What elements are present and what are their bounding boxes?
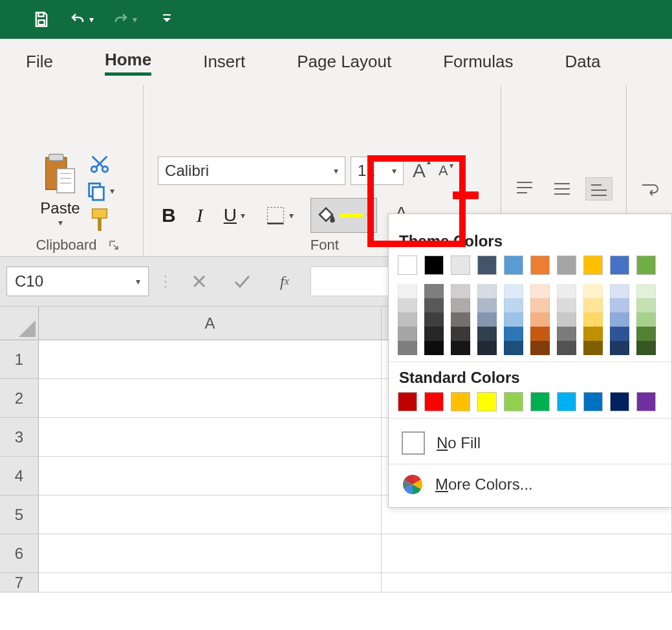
- color-swatch[interactable]: [583, 255, 603, 275]
- color-swatch[interactable]: [477, 327, 497, 341]
- color-swatch[interactable]: [530, 298, 550, 312]
- cut-button[interactable]: [89, 153, 111, 175]
- color-swatch[interactable]: [424, 312, 444, 327]
- decrease-font-size-button[interactable]: A▾: [435, 160, 452, 182]
- color-swatch[interactable]: [504, 284, 523, 298]
- color-swatch[interactable]: [610, 392, 629, 411]
- color-swatch[interactable]: [451, 327, 470, 341]
- color-swatch[interactable]: [530, 341, 550, 355]
- row-header[interactable]: 1: [0, 340, 39, 379]
- fill-color-button[interactable]: ▾: [310, 198, 377, 233]
- save-icon[interactable]: [32, 10, 50, 28]
- align-bottom-button[interactable]: [585, 177, 612, 201]
- color-swatch[interactable]: [583, 284, 603, 298]
- color-swatch[interactable]: [477, 392, 497, 411]
- color-swatch[interactable]: [557, 327, 576, 341]
- row-header[interactable]: 4: [0, 457, 39, 495]
- font-name-combo[interactable]: Calibri ▾: [158, 157, 345, 185]
- color-swatch[interactable]: [504, 392, 523, 411]
- color-swatch[interactable]: [451, 341, 470, 355]
- font-size-combo[interactable]: 11 ▾: [351, 157, 404, 185]
- color-swatch[interactable]: [583, 392, 603, 411]
- cancel-formula-button[interactable]: [182, 266, 216, 296]
- row-header[interactable]: 7: [0, 573, 39, 592]
- color-swatch[interactable]: [398, 327, 417, 341]
- color-swatch[interactable]: [477, 255, 497, 275]
- color-swatch[interactable]: [530, 284, 550, 298]
- color-swatch[interactable]: [583, 327, 603, 341]
- color-swatch[interactable]: [636, 392, 656, 411]
- cell[interactable]: [39, 573, 382, 592]
- dialog-launcher-icon[interactable]: [109, 240, 119, 250]
- color-swatch[interactable]: [477, 298, 497, 312]
- color-swatch[interactable]: [398, 284, 417, 298]
- color-swatch[interactable]: [636, 255, 656, 275]
- cell[interactable]: [39, 340, 382, 379]
- color-swatch[interactable]: [424, 327, 444, 341]
- color-swatch[interactable]: [530, 312, 550, 327]
- row-header[interactable]: 6: [0, 534, 39, 573]
- color-swatch[interactable]: [477, 341, 497, 355]
- enter-formula-button[interactable]: [225, 266, 259, 296]
- tab-insert[interactable]: Insert: [203, 49, 245, 74]
- color-swatch[interactable]: [610, 284, 629, 298]
- no-fill-button[interactable]: No Fill: [398, 425, 662, 461]
- align-top-button[interactable]: [510, 178, 539, 200]
- row-header[interactable]: 3: [0, 418, 39, 457]
- color-swatch[interactable]: [398, 392, 417, 411]
- color-swatch[interactable]: [504, 312, 523, 327]
- cell[interactable]: [39, 495, 382, 534]
- color-swatch[interactable]: [583, 341, 603, 355]
- insert-function-button[interactable]: fx: [268, 266, 301, 296]
- cell[interactable]: [382, 534, 672, 573]
- color-swatch[interactable]: [477, 284, 497, 298]
- color-swatch[interactable]: [636, 312, 656, 327]
- row-header[interactable]: 5: [0, 495, 39, 534]
- color-swatch[interactable]: [451, 392, 470, 411]
- cell[interactable]: [39, 418, 382, 457]
- tab-formulas[interactable]: Formulas: [443, 49, 513, 74]
- color-swatch[interactable]: [424, 392, 444, 411]
- italic-button[interactable]: I: [193, 202, 207, 229]
- align-middle-button[interactable]: [548, 178, 576, 200]
- color-swatch[interactable]: [451, 298, 470, 312]
- row-header[interactable]: 2: [0, 379, 39, 418]
- color-swatch[interactable]: [504, 327, 523, 341]
- cell[interactable]: [39, 379, 382, 418]
- color-swatch[interactable]: [398, 298, 417, 312]
- cell[interactable]: [39, 534, 382, 573]
- color-swatch[interactable]: [398, 312, 417, 327]
- tab-file[interactable]: File: [26, 49, 53, 74]
- color-swatch[interactable]: [530, 327, 550, 341]
- color-swatch[interactable]: [424, 341, 444, 355]
- cell[interactable]: [39, 457, 382, 495]
- tab-home[interactable]: Home: [105, 47, 151, 76]
- color-swatch[interactable]: [424, 284, 444, 298]
- copy-button[interactable]: ▾: [85, 180, 114, 202]
- wrap-text-button[interactable]: [636, 179, 663, 201]
- color-swatch[interactable]: [557, 312, 576, 327]
- color-swatch[interactable]: [610, 312, 629, 327]
- bold-button[interactable]: B: [158, 202, 180, 229]
- color-swatch[interactable]: [504, 341, 523, 355]
- color-swatch[interactable]: [583, 312, 603, 327]
- redo-button[interactable]: ▾: [112, 12, 137, 27]
- color-swatch[interactable]: [451, 255, 470, 275]
- tab-data[interactable]: Data: [565, 49, 601, 74]
- color-swatch[interactable]: [424, 298, 444, 312]
- select-all-corner[interactable]: [0, 307, 39, 340]
- color-swatch[interactable]: [451, 284, 470, 298]
- color-swatch[interactable]: [398, 341, 417, 355]
- column-header[interactable]: A: [39, 307, 382, 340]
- color-swatch[interactable]: [610, 255, 629, 275]
- color-swatch[interactable]: [557, 284, 576, 298]
- color-swatch[interactable]: [610, 327, 629, 341]
- undo-button[interactable]: ▾: [69, 12, 94, 27]
- more-colors-button[interactable]: More Colors...: [398, 467, 662, 502]
- color-swatch[interactable]: [477, 312, 497, 327]
- color-swatch[interactable]: [424, 255, 444, 275]
- borders-button[interactable]: ▾: [262, 203, 298, 228]
- name-box[interactable]: C10 ▾: [6, 266, 149, 296]
- color-swatch[interactable]: [557, 341, 576, 355]
- color-swatch[interactable]: [636, 298, 656, 312]
